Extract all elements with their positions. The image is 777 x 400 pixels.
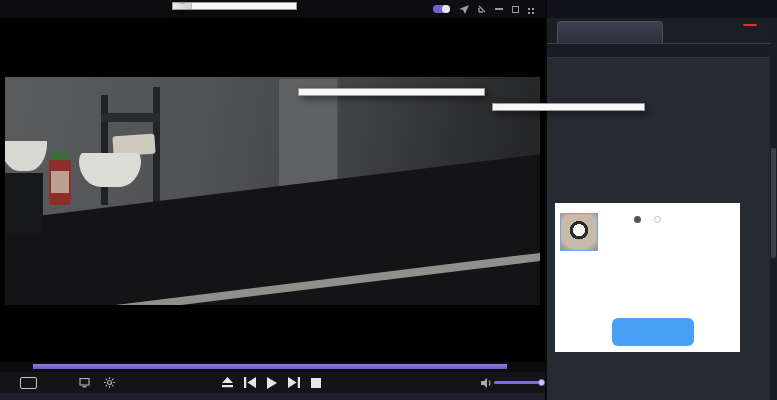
settings-gear-icon[interactable]: [104, 377, 115, 388]
window-controls: [433, 0, 539, 18]
video-display[interactable]: [0, 18, 545, 362]
panda-image: [560, 213, 598, 251]
cast-icon[interactable]: [459, 5, 469, 14]
go-badge[interactable]: [743, 24, 757, 26]
previous-button[interactable]: [244, 377, 256, 388]
scene-chair: [101, 113, 160, 122]
sidebar-scrollbar[interactable]: [770, 18, 777, 400]
game-list-bottom: [550, 337, 776, 400]
featured-app-bar[interactable]: [547, 44, 777, 58]
scrollbar-thumb[interactable]: [771, 148, 776, 258]
seek-bar-row: [0, 362, 545, 372]
scene-object: [5, 173, 43, 233]
theme-toggle[interactable]: [433, 5, 450, 13]
carousel-dot-active[interactable]: [634, 216, 641, 223]
scene-bowl: [79, 153, 141, 187]
scene-chair: [101, 95, 108, 205]
volume-slider[interactable]: [494, 381, 542, 384]
screen-mode-icon[interactable]: [79, 378, 90, 388]
seek-bar-fill: [33, 364, 507, 369]
kmplayer-window: ◄►: [0, 0, 777, 400]
scene-bowl: [5, 141, 47, 171]
resize-arrow-icon[interactable]: [478, 5, 486, 13]
kmp-games-sidebar: [545, 0, 777, 400]
next-button[interactable]: [288, 377, 300, 388]
minimize-button[interactable]: [495, 8, 503, 10]
menu-brand-strip: ◄►: [173, 3, 192, 9]
main-context-menu: ◄►: [172, 2, 297, 10]
bottom-accent-strip: [0, 393, 545, 400]
control-bar: [0, 372, 545, 393]
volume-knob[interactable]: [538, 379, 545, 386]
video-frame: [5, 77, 540, 305]
eject-button[interactable]: [222, 377, 233, 388]
sidebar-tabbar: [547, 18, 777, 44]
tab-kmp-games[interactable]: [557, 21, 663, 43]
stop-button[interactable]: [311, 378, 321, 388]
volume-icon[interactable]: [481, 378, 493, 388]
website-link-group: [743, 24, 769, 26]
ad-banner[interactable]: [555, 203, 740, 352]
3d-mode-button[interactable]: [20, 377, 37, 389]
maximize-button[interactable]: [512, 6, 519, 13]
scene-jar: [49, 159, 71, 205]
carousel-dot[interactable]: [654, 216, 661, 223]
frame-size-position-submenu: [492, 103, 645, 111]
player-area: [0, 0, 545, 400]
kmplayer-logo-icon: ◄►: [177, 3, 187, 5]
sidebar-header: [547, 0, 777, 18]
pan-scan-submenu: [298, 88, 485, 96]
snap-grid-icon[interactable]: [528, 8, 530, 10]
seek-bar[interactable]: [33, 364, 507, 369]
transport-controls: [222, 372, 321, 393]
play-button[interactable]: [267, 377, 277, 389]
volume-fill: [494, 381, 542, 384]
